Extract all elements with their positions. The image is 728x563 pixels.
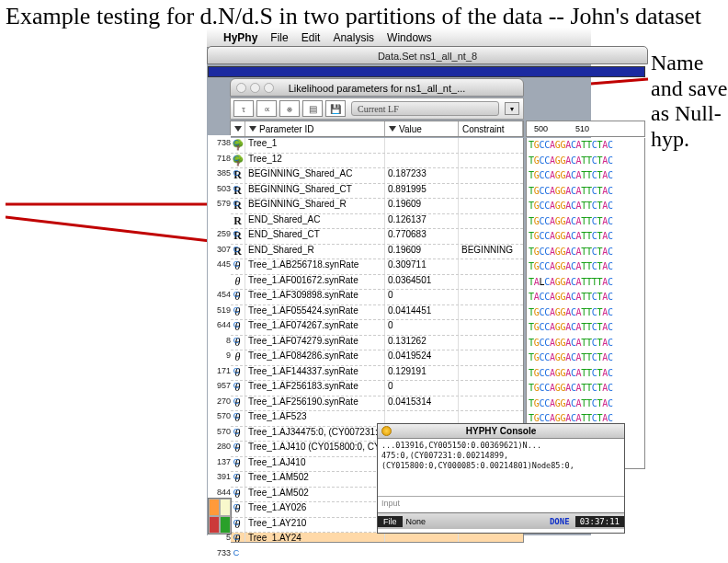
row-code: C	[232, 424, 241, 440]
console-time: 03:37:11	[575, 516, 624, 527]
sequence-row[interactable]: TGCCAGGACATTCTAC	[527, 184, 644, 200]
row-id: 579	[208, 196, 231, 212]
param-row[interactable]: θTree_1.AB256718.synRate0.309711	[231, 259, 523, 275]
param-row[interactable]: θTree_1.AF309898.synRate0	[231, 290, 523, 305]
menubar-item-analysis[interactable]: Analysis	[333, 31, 374, 44]
zoom-icon[interactable]	[264, 83, 274, 93]
row-code: C	[232, 135, 241, 151]
param-row[interactable]: θTree_1.AF074267.synRate0	[231, 320, 523, 336]
sequence-row[interactable]: TGCCAGGACATTCTAC	[527, 199, 644, 214]
row-code: C	[232, 500, 241, 515]
sequence-row[interactable]: TGCCAGGACATTCTAC	[527, 305, 644, 321]
param-constraint	[459, 275, 523, 290]
param-row[interactable]: θTree_1.AF256190.synRate0.0415314	[231, 396, 523, 412]
row-code: C	[232, 181, 241, 197]
sequence-row[interactable]: TALCAGGACATTTTAC	[527, 275, 644, 291]
param-row[interactable]: REND_Shared_AC0.126137	[231, 214, 523, 230]
param-constraint	[459, 305, 523, 320]
row-id	[208, 272, 231, 288]
menubar-app-name[interactable]: HyPhy	[223, 31, 257, 44]
param-id: Tree_1.AM502	[245, 472, 385, 487]
param-value: 0.0415314	[385, 396, 459, 411]
sequence-row[interactable]: TGCCAGGACATTCTAC	[527, 138, 644, 154]
chevron-down-icon[interactable]	[234, 126, 242, 132]
param-row[interactable]: 🌳Tree_12	[231, 154, 523, 169]
menubar-item-windows[interactable]: Windows	[387, 31, 432, 44]
arrow-to-shared-r-1	[6, 199, 239, 210]
param-constraint	[459, 154, 523, 168]
color-palette[interactable]	[208, 498, 232, 534]
minimize-icon[interactable]	[250, 83, 260, 93]
param-row[interactable]: 🌳Tree_1	[231, 138, 523, 154]
row-id: 307	[208, 242, 231, 258]
row-id	[208, 212, 231, 227]
likelihood-window-title[interactable]: Likelihood parameters for ns1_all_nt_...	[230, 78, 524, 97]
sequence-row[interactable]: TGCCAGGACATTCTAC	[527, 350, 644, 366]
row-code: C	[232, 394, 241, 409]
sequence-row[interactable]: TGCCAGGACATTCTAC	[527, 320, 644, 336]
param-row[interactable]: θTree_1.AY24	[231, 533, 523, 543]
sequence-row[interactable]: TGCCAGGACATTCTAC	[527, 366, 644, 382]
param-row[interactable]: θTree_1.AF256183.synRate0	[231, 381, 523, 396]
param-row[interactable]: RBEGINNING_Shared_CT0.891995	[231, 184, 523, 200]
sequence-row[interactable]: TGCCAGGACATTCTAC	[527, 245, 644, 260]
param-row[interactable]: RBEGINNING_Shared_AC0.187233	[231, 168, 523, 184]
tool-tree-icon[interactable]: τ	[233, 100, 254, 117]
hyphy-console: HYPHY Console ...013916,CY005150:0.00369…	[377, 423, 625, 534]
row-id: 280	[208, 439, 231, 454]
chevron-down-icon[interactable]	[249, 126, 256, 132]
param-row[interactable]: θTree_1.AF144337.synRate0.129191	[231, 366, 523, 382]
param-row[interactable]: θTree_1.AF001672.synRate0.0364501	[231, 275, 523, 291]
param-id: Tree_1.AF309898.synRate	[245, 290, 385, 304]
console-light-icon[interactable]	[381, 426, 392, 436]
param-value: 0.19609	[385, 245, 459, 259]
param-value: 0.0414451	[385, 305, 459, 320]
param-value	[385, 138, 459, 153]
menubar-item-edit[interactable]: Edit	[301, 31, 321, 44]
console-titlebar[interactable]: HYPHY Console	[378, 424, 624, 439]
row-code: C	[232, 363, 241, 379]
tool-save-icon[interactable]: 💾	[325, 100, 346, 117]
param-id: Tree_1.AB256718.synRate	[245, 259, 385, 274]
sequence-row[interactable]: TGCCAGGACATTCTAC	[527, 396, 644, 412]
param-row[interactable]: θTree_1.AF084286.synRate0.0419524	[231, 350, 523, 366]
sequence-row[interactable]: TGCCAGGACATTCTAC	[527, 336, 644, 351]
tool-tbl-icon[interactable]: ▤	[302, 100, 323, 117]
palette-swatch[interactable]	[209, 499, 220, 516]
tool-opt-icon[interactable]: ⎈	[279, 100, 300, 117]
param-row[interactable]: RBEGINNING_Shared_R0.19609	[231, 199, 523, 214]
sequence-row[interactable]: TGCCAGGACATTCTAC	[527, 214, 644, 230]
param-constraint	[459, 184, 523, 199]
lf-dropdown[interactable]: Current LF	[351, 101, 499, 116]
sequence-alignment-panel[interactable]: TGCCAGGACATTCTACTGCCAGGACATTCTACTGCCAGGA…	[526, 138, 645, 469]
chevron-down-icon[interactable]	[389, 126, 396, 132]
tool-infinity-icon[interactable]: ∝	[256, 100, 277, 117]
param-row[interactable]: θTree_1.AF055424.synRate0.0414451	[231, 305, 523, 321]
param-table-header: Parameter ID Value Constraint	[230, 121, 524, 137]
console-input[interactable]: Input	[378, 496, 624, 512]
sequence-row[interactable]: TACCAGGACATTCTAC	[527, 290, 644, 305]
param-constraint	[459, 381, 523, 396]
param-value: 0.0419524	[385, 350, 459, 365]
row-code	[232, 212, 241, 227]
sequence-row[interactable]: TGCCAGGACATTCTAC	[527, 229, 644, 245]
palette-swatch[interactable]	[209, 516, 220, 534]
param-row[interactable]: REND_Shared_CT0.770683	[231, 229, 523, 245]
sequence-row[interactable]: TGCCAGGACATTCTAC	[527, 259, 644, 275]
palette-swatch[interactable]	[220, 516, 231, 534]
param-constraint	[459, 366, 523, 381]
menubar-item-file[interactable]: File	[270, 31, 288, 44]
param-row[interactable]: REND_Shared_R0.19609BEGINNING	[231, 245, 523, 260]
param-row[interactable]: θTree_1.AF074279.synRate0.131262	[231, 336, 523, 351]
sequence-row[interactable]: TGCCAGGACATTCTAC	[527, 381, 644, 396]
dataset-window-title[interactable]: Data.Set ns1_all_nt_8	[207, 46, 648, 64]
sequence-row[interactable]: TGCCAGGACATTCTAC	[527, 168, 644, 184]
console-output[interactable]: ...013916,CY005150:0.00369621)N... 475:0…	[378, 439, 624, 496]
row-id: 570	[208, 408, 231, 424]
sequence-row[interactable]: TGCCAGGACATTCTAC	[527, 154, 644, 169]
row-code: C	[232, 317, 241, 333]
lf-dropdown-chevron-icon[interactable]: ▾	[505, 102, 519, 115]
arrow-to-shared-r-2	[6, 213, 239, 250]
palette-swatch[interactable]	[220, 499, 231, 516]
close-icon[interactable]	[236, 83, 246, 93]
